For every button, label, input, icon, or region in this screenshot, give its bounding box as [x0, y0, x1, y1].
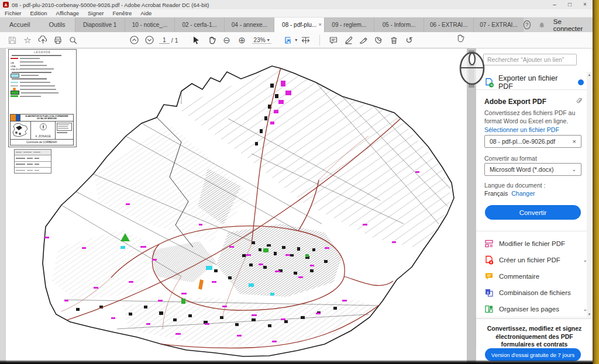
minimize-button[interactable]: –: [547, 0, 562, 9]
search-icon[interactable]: [66, 33, 81, 47]
previous-page-icon[interactable]: [126, 33, 142, 47]
sidebar-item-combinaison[interactable]: Combinaison de fichiers: [484, 286, 587, 300]
tab-close-icon[interactable]: ×: [318, 18, 321, 32]
legend-zone-ua: UA: [11, 61, 18, 63]
zonage-number: 4.: [35, 134, 37, 138]
star-icon[interactable]: ☆: [20, 33, 35, 47]
compass-icon: [39, 123, 47, 131]
export-pdf-section-header[interactable]: Exporter un fichier PDF ⌃: [484, 74, 593, 91]
combine-files-icon: [484, 288, 494, 297]
zoom-in-icon[interactable]: ⊕: [235, 33, 250, 47]
tools-sidebar: Exporter un fichier PDF ⌃ Adobe Export P…: [476, 48, 593, 364]
menu-aide[interactable]: Aide: [140, 10, 152, 16]
maximize-button[interactable]: □: [562, 0, 577, 9]
sidebar-item-modifier[interactable]: Modifier le fichier PDF: [484, 237, 587, 251]
sidebar-scrollbar[interactable]: ▴ ▾: [587, 72, 592, 317]
menu-fichier[interactable]: Fichier: [5, 10, 22, 16]
doc-tab-pdf-plu-active[interactable]: 08 - pdf-plu... ×: [274, 18, 323, 32]
doc-tab-extrai-06[interactable]: 06 - EXTRAI...: [424, 18, 473, 32]
remove-file-icon[interactable]: ×: [573, 138, 576, 145]
sidebar-item-commentaire[interactable]: Commentaire: [484, 269, 587, 283]
doc-tab-label: 08 - pdf-plu...: [282, 22, 316, 28]
comment-yellow-icon: [484, 272, 494, 281]
language-value: Français: [484, 190, 508, 197]
scroll-down-icon[interactable]: ▾: [588, 311, 591, 317]
zoom-level-select[interactable]: 23% ▾: [252, 37, 271, 44]
attach-icon: [576, 96, 583, 104]
menu-edition[interactable]: Edition: [30, 10, 47, 16]
selected-file-box[interactable]: 08 - pdf-pl...0e-9026.pdf ×: [484, 135, 581, 148]
close-button[interactable]: ×: [577, 0, 593, 9]
action-label: Organiser les pages: [499, 306, 577, 313]
doc-tab-inform[interactable]: 05 - Inform...: [374, 18, 424, 32]
document-scrollbar[interactable]: [467, 48, 476, 364]
save-icon[interactable]: [5, 33, 20, 47]
action-label: Modifier le fichier PDF: [499, 240, 587, 247]
fill-sign-icon[interactable]: [356, 33, 371, 47]
zonage-label: ZONAGE: [39, 134, 51, 138]
bottom-fade-bar: [0, 360, 593, 364]
fit-width-icon[interactable]: [298, 33, 314, 47]
action-label: Combinaison de fichiers: [499, 289, 587, 296]
format-value: Microsoft Word (*.docx): [490, 166, 572, 173]
titleblock-header2: DU VAL DE SEMOUSE: [21, 117, 73, 120]
doc-tab-diapositive[interactable]: Diapositive 1: [75, 18, 125, 32]
pencil-icon[interactable]: [341, 33, 356, 47]
menu-affichage[interactable]: Affichage: [56, 10, 79, 16]
info-icon[interactable]: [578, 79, 584, 85]
pdf-page[interactable]: LEGENDE UA URA URA+BCU ELABORATION DU PL…: [6, 48, 467, 364]
print-icon[interactable]: [50, 33, 66, 47]
sidebar-item-organiser[interactable]: Organiser les pages ⌄: [484, 302, 587, 316]
chevron-down-icon: ▾: [267, 37, 270, 43]
free-trial-button[interactable]: Version d'essai gratuite de 7 jours: [485, 348, 581, 361]
next-page-icon[interactable]: [142, 33, 157, 47]
menu-signer[interactable]: Signer: [88, 10, 104, 16]
doc-tab-extrai-07[interactable]: 07 - EXTRAI...: [473, 18, 523, 32]
convert-button[interactable]: Convertir: [485, 205, 581, 220]
comment-icon[interactable]: [326, 33, 341, 47]
sidebar-item-creer[interactable]: Créer un fichier PDF ⌄: [484, 253, 587, 267]
adobe-export-pdf-title: Adobe Export PDF: [484, 98, 546, 106]
organize-pages-icon: [484, 304, 494, 314]
tab-accueil[interactable]: Accueil: [0, 18, 39, 32]
tab-outils[interactable]: Outils: [39, 18, 74, 32]
hand-cursor-icon: [455, 33, 465, 43]
fit-page-icon[interactable]: ▾: [283, 33, 298, 47]
page-separator: /: [171, 37, 173, 44]
share-upload-icon[interactable]: [35, 33, 50, 47]
rotate-icon[interactable]: ↺: [402, 33, 417, 47]
doc-tab-notice[interactable]: 10 - notice_...: [125, 18, 174, 32]
search-input[interactable]: [483, 54, 577, 65]
page-total: 1: [175, 37, 178, 44]
sign-in-button[interactable]: Se connecter: [553, 18, 586, 32]
convert-format-label: Convertir au format: [484, 155, 537, 162]
help-icon[interactable]: ?: [524, 20, 531, 29]
trash-icon[interactable]: [387, 33, 402, 47]
create-pdf-icon: [484, 255, 494, 265]
edit-pdf-icon: [484, 239, 494, 248]
select-pdf-link[interactable]: Sélectionner un fichier PDF: [484, 126, 559, 133]
stamp-shapes-icon[interactable]: [371, 33, 387, 47]
export-section-title: Exporter un fichier PDF: [498, 74, 574, 91]
select-tool-icon[interactable]: [189, 33, 204, 47]
doc-tab-reglem[interactable]: 09 - reglem...: [324, 18, 374, 32]
doc-tab-cerfa[interactable]: 02 - cerfa-1...: [174, 18, 224, 32]
export-description: Convertissez des fichiers PDF au format …: [484, 109, 581, 125]
promo-panel: Convertissez, modifiez et signez électro…: [476, 318, 593, 349]
language-change-link[interactable]: Changer: [511, 190, 535, 197]
scroll-up-icon[interactable]: ▴: [588, 72, 591, 78]
chevron-down-icon: ⌄: [572, 167, 576, 172]
plu-logo: [11, 115, 20, 121]
acrobat-app-icon: A: [3, 2, 9, 8]
zoom-out-icon[interactable]: ⊖: [219, 33, 235, 47]
format-dropdown[interactable]: Microsoft Word (*.docx) ⌄: [484, 163, 581, 176]
zoom-level-value: 23%: [254, 37, 266, 43]
doc-tab-annexe[interactable]: 04 - annexe...: [224, 18, 274, 32]
action-label: Créer un fichier PDF: [499, 256, 577, 264]
hand-tool-icon[interactable]: [204, 33, 219, 47]
page-number-input[interactable]: 1: [159, 36, 170, 44]
map-title-block: ELABORATION DU PLAN LOCAL D'URBANISME DU…: [10, 114, 74, 145]
menu-fenetre[interactable]: Fenêtre: [113, 10, 132, 16]
legend-zone-ura-bcu: URA+BCU: [11, 68, 18, 70]
bell-icon[interactable]: [539, 21, 545, 29]
